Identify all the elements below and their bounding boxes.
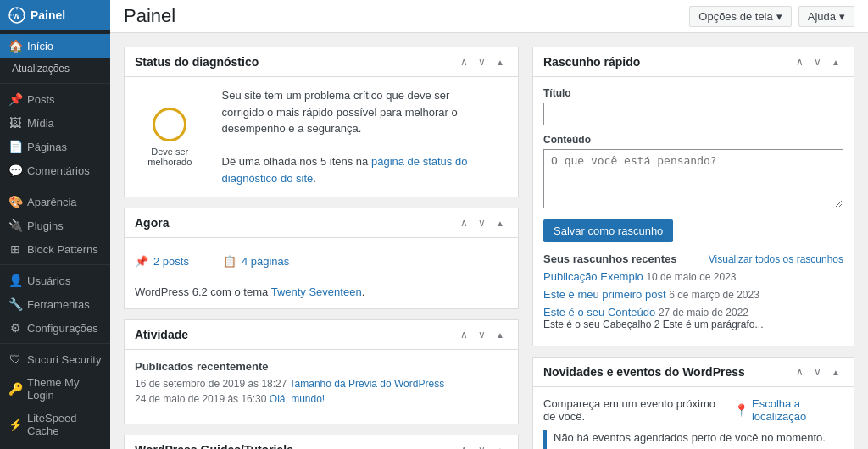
agora-widget-body: 📌 2 posts 📋 4 páginas WordPress 6.2 com … — [125, 238, 518, 308]
svg-text:W: W — [13, 12, 20, 20]
sidebar-item-plugins[interactable]: 🔌 Plugins — [0, 213, 110, 237]
sidebar-item-inicio[interactable]: 🏠 Início — [0, 34, 110, 58]
list-item: 16 de setembro de 2019 às 18:27 Tamanho … — [135, 378, 508, 390]
page-title: Painel — [124, 5, 175, 27]
rascunho-close[interactable] — [828, 54, 843, 69]
sidebar-item-label: Atualizações — [12, 63, 70, 75]
atividade-collapse-up[interactable] — [457, 327, 471, 342]
status-label: Deve ser melhorado — [135, 147, 205, 167]
topbar-actions: Opções de tela ▾ Ajuda ▾ — [689, 6, 854, 27]
sidebar-nav: 🏠 Início Atualizações 📌 Posts 🖼 Mídia 📄 … — [0, 30, 110, 449]
sidebar-item-label: Block Patterns — [27, 243, 98, 256]
sidebar-item-usuarios[interactable]: 👤 Usuários — [0, 269, 110, 292]
posts-icon: 📌 — [8, 92, 22, 106]
collapse-up-button[interactable] — [457, 54, 471, 69]
media-icon: 🖼 — [8, 116, 22, 130]
agora-close[interactable] — [492, 215, 508, 230]
collapse-down-button[interactable] — [475, 54, 489, 69]
guides-collapse-down[interactable] — [475, 442, 489, 449]
atividade-heading: Publicados recentemente — [135, 360, 508, 373]
conteudo-textarea[interactable] — [543, 149, 843, 208]
atividade-widget-body: Publicados recentemente 16 de setembro d… — [125, 350, 518, 424]
pages-icon: 📄 — [8, 140, 22, 153]
draft-link[interactable]: Publicação Exemplo — [543, 270, 643, 283]
widget-controls — [793, 364, 843, 380]
rascunho-collapse-up[interactable] — [793, 54, 807, 69]
screen-options-label: Opções de tela — [698, 10, 772, 23]
widget-controls — [793, 54, 843, 69]
tools-icon: 🔧 — [8, 297, 22, 311]
settings-icon: ⚙ — [8, 321, 22, 335]
draft-date: 6 de março de 2023 — [669, 289, 760, 301]
sidebar-item-configuracoes[interactable]: ⚙ Configurações — [0, 316, 110, 340]
agora-widget-header: Agora — [125, 208, 518, 238]
location-pin-icon: 📍 — [734, 403, 748, 417]
chevron-down-icon: ▾ — [839, 10, 845, 23]
help-label: Ajuda — [808, 10, 836, 23]
screen-options-button[interactable]: Opções de tela ▾ — [689, 6, 791, 27]
view-all-drafts-link[interactable]: Visualizar todos os rascunhos — [709, 253, 843, 265]
rascunho-collapse-down[interactable] — [810, 54, 825, 69]
sidebar-item-label: Páginas — [27, 141, 67, 153]
sidebar-item-label: LiteSpeed Cache — [27, 412, 102, 437]
post-link[interactable]: Olá, mundo! — [270, 393, 325, 405]
novidades-collapse-up[interactable] — [793, 364, 807, 380]
sidebar-item-label: Comentários — [27, 164, 90, 177]
sidebar-item-blockpatterns[interactable]: ⊞ Block Patterns — [0, 237, 110, 261]
status-circle — [153, 108, 186, 141]
sidebar-item-comentarios[interactable]: 💬 Comentários — [0, 158, 110, 182]
sidebar-item-litespeed[interactable]: ⚡ LiteSpeed Cache — [0, 407, 110, 442]
login-icon: 🔑 — [8, 382, 22, 396]
novidades-widget-title: Novidades e eventos do WordPress — [543, 365, 745, 379]
sidebar-item-atualizacoes[interactable]: Atualizações — [0, 58, 110, 80]
sidebar-item-label: Ferramentas — [27, 298, 90, 311]
agora-collapse-down[interactable] — [475, 215, 489, 230]
pages-icon: 📋 — [223, 255, 236, 268]
titulo-field-group: Título — [543, 87, 843, 125]
sidebar-item-thememylogin[interactable]: 🔑 Theme My Login — [0, 371, 110, 407]
location-link[interactable]: Escolha a localização — [752, 397, 843, 423]
agora-collapse-up[interactable] — [457, 215, 471, 230]
draft-link[interactable]: Este é meu primeiro post — [543, 288, 666, 301]
rascunho-widget-header: Rascunho rápido — [533, 47, 854, 77]
status-widget-header: Status do diagnóstico — [125, 47, 518, 77]
close-widget-button[interactable] — [492, 54, 508, 69]
draft-link[interactable]: Este é o seu Conteúdo — [543, 306, 655, 319]
theme-link[interactable]: Twenty Seventeen — [271, 285, 362, 298]
conteudo-label: Conteúdo — [543, 134, 843, 146]
help-button[interactable]: Ajuda ▾ — [798, 6, 854, 27]
agora-wp-info: WordPress 6.2 com o tema Twenty Seventee… — [135, 280, 508, 298]
right-column: Rascunho rápido Título Conteúdo — [532, 47, 854, 435]
sidebar-title: Painel — [31, 8, 65, 22]
wordpress-icon: W — [8, 7, 25, 24]
no-events-box: Não há eventos agendados perto de você n… — [543, 430, 843, 449]
atividade-close[interactable] — [492, 327, 508, 342]
titulo-input[interactable] — [543, 103, 843, 125]
guides-collapse-up[interactable] — [457, 442, 471, 449]
rascunho-widget: Rascunho rápido Título Conteúdo — [532, 47, 854, 346]
status-widget-body: Deve ser melhorado Seu site tem um probl… — [125, 77, 518, 197]
content-area: Status do diagnóstico Deve ser melhorado… — [110, 33, 868, 449]
sidebar-item-midia[interactable]: 🖼 Mídia — [0, 111, 110, 135]
location-text: Compareça em um evento próximo de você. — [543, 397, 731, 423]
novidades-close[interactable] — [828, 364, 843, 380]
atividade-collapse-down[interactable] — [475, 327, 489, 342]
pages-link[interactable]: 4 páginas — [242, 255, 289, 268]
posts-link[interactable]: 2 posts — [153, 255, 189, 268]
sidebar-item-label: Início — [27, 40, 53, 53]
sidebar-item-ferramentas[interactable]: 🔧 Ferramentas — [0, 292, 110, 316]
sidebar-item-posts[interactable]: 📌 Posts — [0, 87, 110, 111]
sidebar-item-paginas[interactable]: 📄 Páginas — [0, 135, 110, 158]
guides-close[interactable] — [492, 442, 508, 449]
save-draft-button[interactable]: Salvar como rascunho — [543, 219, 673, 242]
rascunhos-header: Seus rascunhos recentes Visualizar todos… — [543, 252, 843, 265]
list-item: Este é meu primeiro post 6 de março de 2… — [543, 288, 843, 301]
novidades-collapse-down[interactable] — [810, 364, 825, 380]
agora-widget: Agora 📌 2 posts 📋 — [124, 208, 519, 309]
post-link[interactable]: Tamanho da Prévia do WordPress — [290, 378, 445, 390]
sidebar-item-label: Theme My Login — [27, 376, 102, 402]
novidades-widget-header: Novidades e eventos do WordPress — [533, 358, 854, 387]
sidebar-item-label: Usuários — [27, 274, 70, 287]
sidebar-item-sucuri[interactable]: 🛡 Sucuri Security — [0, 347, 110, 371]
sidebar-item-aparencia[interactable]: 🎨 Aparência — [0, 190, 110, 213]
